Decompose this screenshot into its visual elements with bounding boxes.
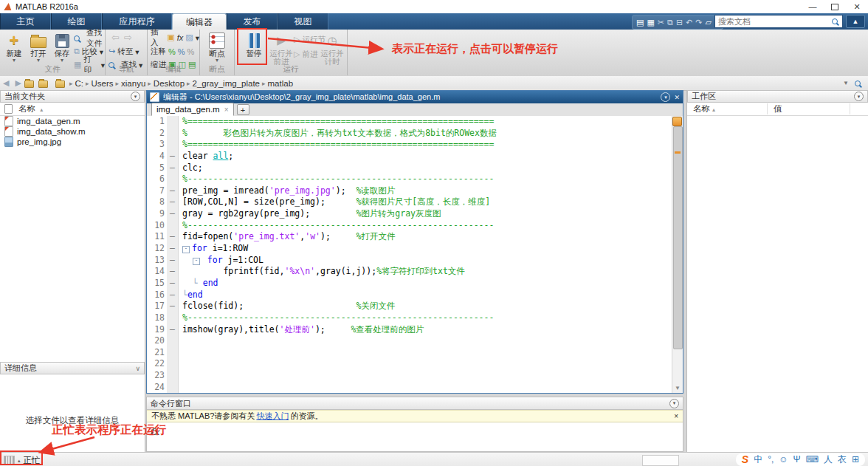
scroll-down-icon[interactable]: ▼ [672,384,683,393]
back-icon[interactable]: ◀ [3,78,9,88]
toolbox-icon[interactable]: ⊞ [852,453,859,466]
execution-marker[interactable] [167,116,179,128]
execution-marker[interactable] [167,370,179,382]
execution-marker[interactable]: — [167,278,179,289]
file-list-header[interactable]: 名称 ▴ [0,103,145,116]
insert-button[interactable]: 插入 ▣ fx ▨ ▾ [151,32,199,43]
ribbon-tab-3[interactable]: 编辑器 [172,13,227,30]
ribbon-tab-5[interactable]: 视图 [278,13,328,30]
panel-menu-icon[interactable]: ▾ [131,92,140,101]
minimize-button[interactable]: — [802,0,824,13]
pause-button[interactable]: 暂停 [241,32,267,58]
advance-button[interactable]: ▷ 前进 [294,49,317,60]
code-analyzer-marker[interactable] [675,151,681,154]
execution-marker[interactable]: — [167,324,179,336]
execution-marker[interactable] [167,347,179,359]
code-area[interactable]: 1%======================================… [147,116,672,393]
execution-marker[interactable]: — [167,255,179,267]
search-icon[interactable] [832,18,838,24]
find-files-button[interactable]: 查找文件 [74,32,105,44]
execution-marker[interactable]: — [167,208,179,220]
open-button[interactable]: 打开 ▾ [25,32,52,63]
execution-marker[interactable] [167,382,179,393]
file-row[interactable]: img_data_gen.m [0,116,145,126]
code-analyzer-indicator[interactable] [672,117,682,126]
execution-marker[interactable]: — [167,185,179,197]
doc-search-box[interactable] [714,15,843,28]
editor-menu-icon[interactable]: ▾ [661,92,670,102]
microphone-icon[interactable]: Ψ [793,453,801,466]
run-and-advance-button[interactable]: ▶ 运行并 前进 [268,32,294,66]
new-button[interactable]: + 新建 ▾ [1,32,27,63]
editor-tab-active[interactable]: img_data_gen.m × [151,103,234,116]
save-button[interactable]: 保存 ▾ [49,32,75,63]
editor-close-icon[interactable]: ✕ [674,94,680,101]
comment-button[interactable]: 注释 % % % [151,46,194,57]
execution-marker[interactable] [167,220,179,232]
redo-icon[interactable]: ↷ [695,16,702,29]
chinese-mode-icon[interactable]: 中 [754,453,762,466]
breadcrumb-item[interactable]: Users [92,79,114,88]
address-search-icon[interactable] [855,80,861,86]
cut-icon[interactable]: ✂ [658,16,664,29]
execution-marker[interactable]: — [167,196,179,208]
breadcrumb-item[interactable]: matlab [268,79,294,88]
code-fold-icon[interactable]: - [193,258,200,265]
skin-icon[interactable]: 衣 [838,453,847,466]
breadcrumb-item[interactable]: Desktop [154,79,185,88]
execution-marker[interactable] [167,128,179,140]
new-script-icon[interactable]: ▤ [636,16,644,29]
workspace-columns[interactable]: 名称▴ 值 [687,103,868,116]
browse-folder-icon[interactable] [38,80,48,88]
ribbon-tab-0[interactable]: 主页 [0,13,51,30]
doc-search-input[interactable] [715,17,832,26]
notice-close-icon[interactable]: × [674,412,678,420]
breadcrumb-item[interactable]: xianyu [121,79,145,88]
sogou-logo-icon[interactable]: S [742,453,748,466]
close-button[interactable]: ✕ [846,0,868,13]
undo-icon[interactable]: ↶ [686,16,692,29]
execution-marker[interactable] [167,312,179,324]
code-fold-icon[interactable]: - [182,246,190,253]
run-and-time-button[interactable]: ◷ 运行并 计时 [319,32,345,66]
restore-button[interactable] [824,0,846,13]
goto-button[interactable]: ↪转至▾ [108,46,140,57]
execution-marker[interactable]: — [167,266,179,278]
punctuation-icon[interactable]: °, [768,453,774,466]
file-row[interactable]: img_data_show.m [0,126,145,137]
save-icon[interactable]: ▦ [647,16,654,29]
input-mode-icon[interactable]: 人 [824,453,833,466]
details-header[interactable]: 详细信息 ∨ [0,362,145,374]
up-folder-icon[interactable] [24,80,34,88]
execution-marker[interactable]: — [167,162,179,174]
panel-menu-icon[interactable]: ▾ [669,399,679,408]
paste-icon[interactable]: ⊟ [676,16,683,29]
copy-icon[interactable]: ⧉ [667,16,673,29]
switch-windows-icon[interactable]: ▱ [706,16,712,29]
tab-close-icon[interactable]: × [224,106,229,114]
execution-marker[interactable] [167,174,179,185]
execution-marker[interactable] [167,335,179,347]
breadcrumb-item[interactable]: 2_gray_img_plate [193,79,260,88]
execution-marker[interactable]: — [167,231,179,243]
address-dropdown-icon[interactable]: ▼ [843,80,849,86]
file-row[interactable]: pre_img.jpg [0,137,145,147]
panel-menu-icon[interactable]: ▾ [854,92,864,101]
execution-marker[interactable]: — [167,289,179,301]
ribbon-tab-4[interactable]: 发布 [227,13,278,30]
busy-status[interactable]: ▴ 正忙 [4,455,41,466]
execution-marker[interactable] [167,358,179,370]
editor-scrollbar[interactable]: ▲ ▼ [672,116,683,393]
ribbon-collapse-button[interactable]: ▲ [846,15,865,28]
emoji-icon[interactable]: ☺ [779,453,788,466]
execution-marker[interactable]: — [167,243,179,255]
quick-start-link[interactable]: 快速入门 [256,411,289,422]
scrollbar-thumb[interactable] [673,126,683,349]
breakpoints-button[interactable]: 断点 ▾ [204,32,230,63]
keyboard-icon[interactable]: ⌨ [806,453,819,466]
execution-marker[interactable]: — [167,151,179,162]
forward-icon[interactable]: ▶ [15,78,21,88]
new-tab-button[interactable]: + [237,104,249,115]
execution-marker[interactable] [167,139,179,151]
breadcrumb-item[interactable]: C: [75,79,83,88]
